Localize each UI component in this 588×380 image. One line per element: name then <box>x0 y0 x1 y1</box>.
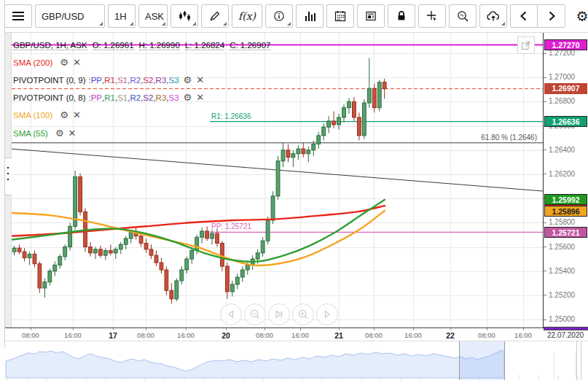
cloud-save-button[interactable] <box>479 4 507 28</box>
lock-icon <box>396 10 407 22</box>
fib-61-8-line-label: 61.80 % (1.2646) <box>481 133 537 141</box>
chevron-right-icon <box>546 10 557 22</box>
time-tick-label: 08:00 <box>137 331 154 339</box>
settings-button[interactable]: ⚙ <box>568 4 588 28</box>
pivot-level-r2: R2 <box>130 93 141 102</box>
timeframe-select-label: 1H <box>109 11 135 22</box>
lock-button[interactable] <box>388 4 415 28</box>
crosshair-button[interactable] <box>418 4 446 28</box>
price-tick-label: 1.25800 <box>549 218 575 226</box>
go-to-end-button[interactable] <box>268 303 290 325</box>
indicators-button[interactable]: f(x) <box>232 4 262 28</box>
pivot-level-pp: PP <box>91 76 102 85</box>
chart-type-button[interactable] <box>170 4 198 28</box>
time-tick-label: 16:00 <box>177 331 195 339</box>
draw-tools-button[interactable] <box>201 4 229 28</box>
chart-nav-buttons <box>220 303 340 325</box>
forward-button[interactable] <box>538 4 565 28</box>
indicator-settings-gear-icon[interactable]: ⚙ <box>55 128 64 138</box>
cloud-upload-icon <box>487 10 500 22</box>
pivot-level-r1: R1 <box>104 93 115 102</box>
legend-high: H: 1.26990 <box>139 41 180 50</box>
price-tick-mark <box>544 150 546 150</box>
back-button[interactable] <box>510 4 538 28</box>
price-tick-label: 1.25000 <box>549 315 575 323</box>
indicator-remove-icon[interactable]: ✕ <box>196 93 204 102</box>
indicator-label: SMA (200) <box>13 58 52 67</box>
indicator-settings-gear-icon[interactable]: ⚙ <box>60 110 68 120</box>
indicator-settings-gear-icon[interactable]: ⚙ <box>60 58 68 67</box>
navigator-selection[interactable] <box>459 341 504 380</box>
ohlc-legend: GBP/USD, 1H, ASK O: 1.26961 H: 1.26990 L… <box>13 40 275 51</box>
pop-out-button[interactable] <box>517 36 535 54</box>
time-tick-mark <box>226 328 227 330</box>
dropdown-corner-icon <box>501 22 505 26</box>
left-scroll-track[interactable] <box>5 33 12 327</box>
time-tick-mark <box>374 328 375 330</box>
time-tick-mark <box>523 328 524 330</box>
pivot-level-r3: R3 <box>156 93 167 102</box>
drag-dots-icon <box>7 167 9 168</box>
pivot-level-s1: S1 <box>117 93 128 102</box>
price-side-select-label: ASK <box>139 11 167 22</box>
calendar-button[interactable] <box>326 4 354 28</box>
indicator-settings-gear-icon[interactable]: ⚙ <box>184 93 192 102</box>
time-tick-mark <box>31 328 31 330</box>
gear-icon: ⚙ <box>576 9 588 23</box>
price-tick-mark <box>544 222 546 223</box>
indicator-settings-gear-icon[interactable]: ⚙ <box>184 75 192 85</box>
timeframe-select[interactable]: 1H <box>108 4 136 28</box>
indicator-remove-icon[interactable]: ✕ <box>196 75 204 85</box>
pivot-level-s3: S3 <box>169 93 179 102</box>
zoom-out-button[interactable] <box>244 303 266 325</box>
pan-right-button[interactable] <box>316 303 338 325</box>
price-tick-mark <box>544 101 546 102</box>
info-button[interactable] <box>265 4 293 28</box>
legend-close: C: 1.26907 <box>230 41 270 50</box>
indicator-legend-sma-55: SMA (55)⚙✕ <box>13 128 77 139</box>
price-side-select[interactable]: ASK <box>138 4 168 28</box>
time-tick-mark <box>113 328 114 330</box>
time-axis[interactable]: 08:0016:001708:0016:002008:0016:002108:0… <box>0 327 588 341</box>
news-button[interactable] <box>357 4 385 28</box>
splitter-drag-handle[interactable] <box>5 158 12 195</box>
price-tick-mark <box>544 247 546 247</box>
chart-toolbar: GBP/USD1HASKf(x)⚙ <box>0 0 588 33</box>
time-tick-mark <box>487 328 487 330</box>
price-tick-label: 1.26400 <box>549 146 575 154</box>
price-tick-label: 1.27000 <box>549 73 575 81</box>
time-tick-mark <box>450 328 451 330</box>
zoom-in-button[interactable] <box>292 303 314 325</box>
indicator-label: PIVOTPOINT (0, 9) <box>13 76 85 85</box>
left-gutter <box>0 0 5 347</box>
volume-button[interactable] <box>296 4 324 28</box>
price-tick-label: 1.26800 <box>549 97 575 105</box>
indicator-remove-icon[interactable]: ✕ <box>68 128 77 138</box>
price-badge-1.26636: 1.26636 <box>544 116 587 127</box>
pivot-level-s1: S1 <box>117 76 128 85</box>
navigator-canvas[interactable] <box>0 341 588 380</box>
indicator-remove-icon[interactable]: ✕ <box>73 110 81 120</box>
symbol-select-label: GBP/USD <box>36 11 104 22</box>
chart-plot-area[interactable]: 61.80 % (1.2646)R1: 1.26636PP: 1.25721 G… <box>0 33 588 327</box>
symbol-select[interactable]: GBP/USD <box>35 4 105 28</box>
news-icon <box>365 10 377 22</box>
indicator-remove-icon[interactable]: ✕ <box>73 58 81 67</box>
time-tick-label: 21 <box>334 331 343 340</box>
price-axis[interactable]: 1.250001.252001.254001.256001.258001.260… <box>543 33 588 327</box>
indicator-label: PIVOTPOINT (0, 8) <box>13 93 85 102</box>
pan-left-button[interactable] <box>220 303 242 325</box>
dropdown-corner-icon <box>162 22 165 26</box>
zoom-button[interactable] <box>449 4 477 28</box>
magnifier-minus-icon <box>249 309 261 320</box>
time-tick-label: 08:00 <box>22 331 39 339</box>
history-navigator[interactable] <box>0 341 588 380</box>
menu-button[interactable] <box>4 4 32 28</box>
axis-period-marker <box>544 327 588 330</box>
trading-chart-window: GBP/USD1HASKf(x)⚙ 61.80 % (1.2646)R1: 1.… <box>0 0 588 380</box>
zoom-chart-icon <box>457 10 469 23</box>
price-badge-1.25896: 1.25896 <box>544 206 587 217</box>
pivot-level-s2: S2 <box>143 93 153 102</box>
pivot-level-r3: R3 <box>156 76 167 85</box>
pivot-level-pp: PP <box>91 93 102 102</box>
